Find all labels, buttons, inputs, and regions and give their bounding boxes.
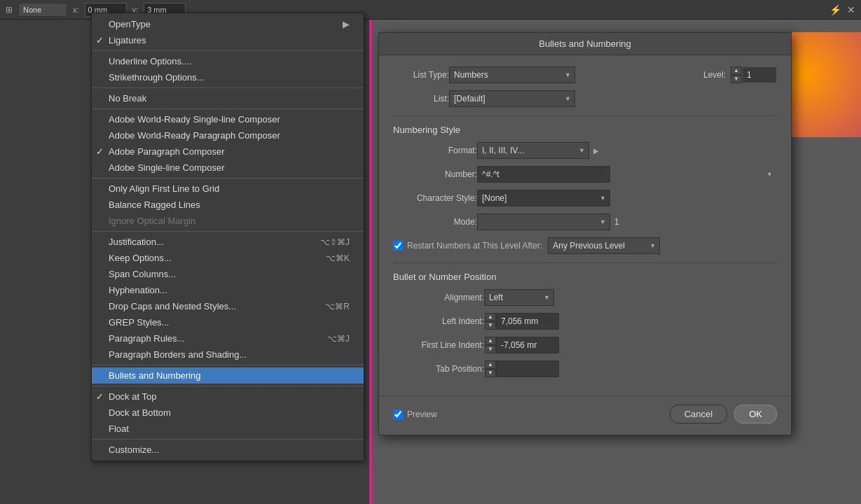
alignment-select[interactable]: Left Center Right: [484, 289, 554, 306]
menu-item-underline-options[interactable]: Underline Options....: [92, 53, 364, 69]
character-style-label: Character Style:: [393, 193, 477, 203]
menu-item-paragraph-rules[interactable]: Paragraph Rules... ⌥⌘J: [92, 330, 364, 346]
first-line-indent-label: First Line Indent:: [393, 340, 484, 350]
toolbar-dropdown[interactable]: None: [18, 3, 67, 17]
menu-label-strikethrough-options: Strikethrough Options...: [109, 72, 205, 83]
left-indent-row: Left Indent: ▲ ▼: [393, 313, 777, 330]
menu-item-only-align[interactable]: Only Align First Line to Grid: [92, 181, 364, 197]
menu-label-dock-bottom: Dock at Bottom: [109, 407, 171, 418]
first-line-indent-input[interactable]: [496, 337, 559, 354]
tab-position-down-button[interactable]: ▼: [485, 369, 496, 377]
left-indent-up-button[interactable]: ▲: [485, 313, 496, 321]
close-icon[interactable]: ✕: [847, 4, 855, 15]
menu-label-justification: Justification...: [109, 237, 164, 247]
menu-label-dock-top: Dock at Top: [109, 391, 156, 402]
mode-label: Mode:: [393, 217, 477, 227]
menu-label-bullets-numbering: Bullets and Numbering: [109, 370, 201, 381]
menu-item-adobe-single[interactable]: Adobe Single-line Composer: [92, 160, 364, 176]
ok-button[interactable]: OK: [734, 405, 777, 424]
shortcut-paragraph-rules: ⌥⌘J: [313, 334, 350, 344]
menu-item-dock-top[interactable]: Dock at Top: [92, 388, 364, 405]
section-divider-1: [393, 115, 777, 116]
menu-item-customize[interactable]: Customize...: [92, 442, 364, 458]
tab-position-row: Tab Position: ▲ ▼: [393, 360, 777, 377]
list-type-select[interactable]: Numbers Bullets None: [449, 66, 575, 83]
separator-2: [92, 88, 364, 88]
menu-item-opentype[interactable]: OpenType ▶: [92, 16, 364, 32]
separator-6: [92, 365, 364, 365]
menu-label-customize: Customize...: [109, 444, 159, 455]
level-up-button[interactable]: ▲: [731, 66, 742, 75]
menu-label-adobe-world-para: Adobe World-Ready Paragraph Composer: [109, 130, 280, 141]
cancel-button[interactable]: Cancel: [670, 405, 727, 424]
format-select[interactable]: I, II, III, IV... 1, 2, 3, 4... a, b, c,…: [477, 142, 589, 159]
menu-item-hyphenation[interactable]: Hyphenation...: [92, 282, 364, 298]
level-down-button[interactable]: ▼: [731, 75, 742, 83]
menu-item-paragraph-borders[interactable]: Paragraph Borders and Shading...: [92, 346, 364, 363]
list-row: List: [Default]: [393, 90, 777, 107]
format-row: Format: I, II, III, IV... 1, 2, 3, 4... …: [393, 142, 777, 159]
tab-position-input[interactable]: [496, 360, 559, 377]
mode-select[interactable]: [477, 214, 610, 230]
menu-item-drop-caps[interactable]: Drop Caps and Nested Styles... ⌥⌘R: [92, 298, 364, 314]
list-type-control: Numbers Bullets None: [449, 66, 703, 83]
x-label: x:: [73, 6, 79, 14]
menu-item-ligatures[interactable]: Ligatures: [92, 32, 364, 48]
menu-label-adobe-world-single: Adobe World-Ready Single-line Composer: [109, 114, 280, 125]
left-indent-input[interactable]: [496, 313, 559, 330]
separator-3: [92, 108, 364, 109]
menu-item-keep-options[interactable]: Keep Options... ⌥⌘K: [92, 250, 364, 266]
menu-label-paragraph-rules: Paragraph Rules...: [109, 333, 184, 344]
menu-label-grep-styles: GREP Styles...: [109, 317, 169, 328]
menu-item-dock-bottom[interactable]: Dock at Bottom: [92, 405, 364, 421]
tab-position-label: Tab Position:: [393, 364, 484, 374]
menu-label-keep-options: Keep Options...: [109, 253, 172, 263]
menu-label-ignore-optical: Ignore Optical Margin: [109, 216, 195, 226]
menu-label-ligatures: Ligatures: [109, 35, 146, 46]
menu-label-drop-caps: Drop Caps and Nested Styles...: [109, 301, 236, 312]
shortcut-keep-options: ⌥⌘K: [312, 253, 350, 263]
list-control: [Default]: [449, 90, 777, 107]
restart-label: Restart Numbers at This Level After:: [407, 241, 542, 251]
menu-item-justification[interactable]: Justification... ⌥⇧⌘J: [92, 234, 364, 250]
menu-label-paragraph-borders: Paragraph Borders and Shading...: [109, 349, 247, 360]
character-style-select[interactable]: [None]: [477, 190, 610, 206]
restart-checkbox[interactable]: [393, 241, 403, 251]
magenta-divider: [369, 20, 372, 504]
context-menu: OpenType ▶ Ligatures Underline Options..…: [91, 13, 364, 461]
lightning-icon: ⚡: [829, 4, 841, 15]
menu-item-adobe-world-single[interactable]: Adobe World-Ready Single-line Composer: [92, 111, 364, 127]
character-style-row: Character Style: [None]: [393, 190, 777, 206]
first-line-indent-row: First Line Indent: ▲ ▼: [393, 337, 777, 354]
menu-item-bullets-numbering[interactable]: Bullets and Numbering: [92, 368, 364, 384]
left-indent-label: Left Indent:: [393, 316, 484, 326]
menu-item-adobe-world-para[interactable]: Adobe World-Ready Paragraph Composer: [92, 127, 364, 144]
dialog-buttons: Cancel OK: [670, 405, 777, 424]
first-line-indent-down-button[interactable]: ▼: [485, 345, 496, 354]
menu-item-span-columns[interactable]: Span Columns...: [92, 266, 364, 282]
menu-item-strikethrough-options[interactable]: Strikethrough Options...: [92, 69, 364, 85]
menu-item-balance-ragged[interactable]: Balance Ragged Lines: [92, 197, 364, 213]
separator-4: [92, 178, 364, 178]
restart-select[interactable]: Any Previous Level Previous Level: [548, 237, 660, 254]
menu-item-float[interactable]: Float: [92, 421, 364, 437]
menu-label-opentype: OpenType: [109, 19, 151, 29]
menu-item-grep-styles[interactable]: GREP Styles...: [92, 314, 364, 330]
shortcut-justification: ⌥⇧⌘J: [306, 237, 350, 247]
dialog-footer: Preview Cancel OK: [379, 396, 791, 435]
preview-checkbox[interactable]: [393, 410, 403, 419]
dialog-titlebar: Bullets and Numbering: [379, 33, 791, 55]
preview-label[interactable]: Preview: [393, 410, 437, 419]
list-select[interactable]: [Default]: [449, 90, 575, 107]
restart-row: Restart Numbers at This Level After: Any…: [393, 237, 777, 254]
menu-label-adobe-single: Adobe Single-line Composer: [109, 162, 224, 173]
left-indent-down-button[interactable]: ▼: [485, 321, 496, 330]
number-input[interactable]: [477, 166, 610, 183]
tab-position-up-button[interactable]: ▲: [485, 360, 496, 369]
menu-item-adobe-paragraph[interactable]: Adobe Paragraph Composer: [92, 144, 364, 160]
menu-label-only-align: Only Align First Line to Grid: [109, 183, 219, 194]
first-line-indent-up-button[interactable]: ▲: [485, 337, 496, 345]
format-label: Format:: [393, 146, 477, 155]
menu-item-no-break[interactable]: No Break: [92, 90, 364, 106]
level-input[interactable]: [742, 66, 777, 83]
